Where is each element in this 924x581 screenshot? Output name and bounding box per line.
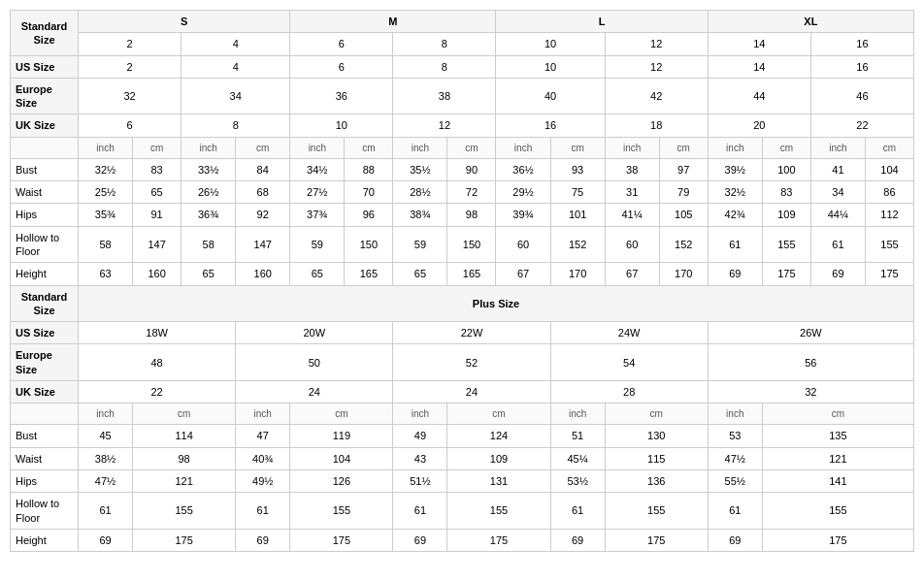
us-size-12: 12 — [605, 33, 708, 55]
unit-cm-3: cm — [345, 137, 393, 158]
xl-header: XL — [708, 11, 913, 33]
std-eu-32: 32 — [79, 78, 182, 114]
std-eu-46: 46 — [810, 78, 913, 114]
unit-inch-1: inch — [79, 137, 133, 158]
std-uk-20: 20 — [708, 114, 810, 137]
standard-size-header: Standard Size — [11, 11, 79, 56]
unit-cm-6: cm — [659, 137, 708, 158]
plus-us-22w: 22W — [393, 322, 550, 344]
std-uk-6: 6 — [79, 114, 182, 137]
plus-height-label: Height — [11, 529, 79, 551]
plus-hollow-row: Hollow to Floor 61155 61155 61155 61155 … — [11, 493, 914, 530]
unit-cm-8: cm — [865, 137, 913, 158]
plus-eu-48: 48 — [79, 344, 236, 381]
std-eu-36: 36 — [290, 78, 393, 114]
std-uk-12: 12 — [393, 114, 496, 137]
plus-unit-cm-1: cm — [133, 403, 236, 425]
unit-cm-2: cm — [236, 137, 290, 158]
us-size-8: 8 — [393, 33, 496, 55]
std-uk-8: 8 — [182, 114, 290, 137]
us-size-14: 14 — [708, 33, 810, 55]
us-size-6: 6 — [290, 33, 393, 55]
unit-inch-6: inch — [605, 137, 659, 158]
waist-label: Waist — [11, 181, 79, 204]
plus-unit-inch-5: inch — [708, 403, 762, 425]
plus-size-divider: Plus Size — [79, 285, 914, 322]
std-height-row: Height 63160 65160 65165 65165 67170 671… — [11, 263, 914, 285]
plus-uk-32: 32 — [708, 381, 913, 403]
std-hollow-row: Hollow toFloor 58147 58147 59150 59150 6… — [11, 226, 914, 263]
plus-eu-56: 56 — [708, 344, 913, 381]
std-us-8: 8 — [393, 55, 496, 78]
plus-uk-24a: 24 — [236, 381, 393, 403]
unit-cm-1: cm — [133, 137, 182, 158]
plus-height-row: Height 69175 69175 69175 69175 69175 — [11, 529, 914, 551]
unit-inch-2: inch — [182, 137, 236, 158]
plus-unit-inch-1: inch — [79, 403, 133, 425]
bust-label: Bust — [11, 158, 79, 180]
std-eu-38: 38 — [393, 78, 496, 114]
plus-unit-cm-4: cm — [605, 403, 708, 425]
plus-unit-inch-4: inch — [550, 403, 605, 425]
plus-eu-52: 52 — [393, 344, 550, 381]
std-us-12: 12 — [605, 55, 708, 78]
std-eu-40: 40 — [496, 78, 605, 114]
plus-hips-row: Hips 47½121 49½126 51½131 53½136 55½141 — [11, 469, 914, 492]
us-size-16: 16 — [810, 33, 913, 55]
plus-unit-cm-2: cm — [290, 403, 393, 425]
us-size-10: 10 — [496, 33, 605, 55]
unit-inch-7: inch — [708, 137, 762, 158]
europe-size-label: Europe Size — [11, 78, 79, 114]
plus-us-20w: 20W — [236, 322, 393, 344]
plus-unit-cm-5: cm — [762, 403, 913, 425]
std-uk-10: 10 — [290, 114, 393, 137]
plus-us-26w: 26W — [708, 322, 913, 344]
plus-europe-size-label: Europe Size — [11, 344, 79, 381]
plus-waist-label: Waist — [11, 447, 79, 469]
std-us-6: 6 — [290, 55, 393, 78]
plus-eu-50: 50 — [236, 344, 393, 381]
std-eu-42: 42 — [605, 78, 708, 114]
plus-uk-24b: 24 — [393, 381, 550, 403]
plus-bust-row: Bust 45114 47119 49124 51130 53135 — [11, 425, 914, 447]
std-us-14: 14 — [708, 55, 810, 78]
hollow-label: Hollow toFloor — [11, 226, 79, 263]
std-us-16: 16 — [810, 55, 913, 78]
unit-inch-5: inch — [496, 137, 550, 158]
std-eu-34: 34 — [182, 78, 290, 114]
size-chart: Standard Size S M L XL 2 4 6 8 10 12 14 … — [10, 10, 914, 552]
std-uk-18: 18 — [605, 114, 708, 137]
std-eu-44: 44 — [708, 78, 810, 114]
std-bust-row: Bust 32½83 33½84 34½88 35½90 36½93 3897 … — [11, 158, 914, 180]
plus-bust-label: Bust — [11, 425, 79, 447]
plus-uk-22: 22 — [79, 381, 236, 403]
std-us-10: 10 — [496, 55, 605, 78]
unit-inch-3: inch — [290, 137, 345, 158]
us-size-2: 2 — [79, 33, 182, 55]
plus-us-18w: 18W — [79, 322, 236, 344]
plus-eu-54: 54 — [550, 344, 708, 381]
plus-hips-label: Hips — [11, 469, 79, 492]
std-uk-22: 22 — [810, 114, 913, 137]
us-size-label: US Size — [11, 55, 79, 78]
std-us-2: 2 — [79, 55, 182, 78]
plus-unit-cm-3: cm — [447, 403, 550, 425]
unit-cm-7: cm — [762, 137, 810, 158]
plus-uk-28: 28 — [550, 381, 708, 403]
us-size-4: 4 — [182, 33, 290, 55]
l-header: L — [496, 11, 708, 33]
std-waist-row: Waist 25½65 26½68 27½70 28½72 29½75 3179… — [11, 181, 914, 204]
std-hips-row: Hips 35¾91 36¾92 37¾96 38¾98 39¾101 41¼1… — [11, 204, 914, 226]
plus-uk-size-label: UK Size — [11, 381, 79, 403]
unit-inch-4: inch — [393, 137, 447, 158]
plus-us-size-label: US Size — [11, 322, 79, 344]
std-uk-16: 16 — [496, 114, 605, 137]
uk-size-label: UK Size — [11, 114, 79, 137]
plus-waist-row: Waist 38½98 40¾104 43109 45¼115 47½121 — [11, 447, 914, 469]
height-label: Height — [11, 263, 79, 285]
unit-cm-4: cm — [447, 137, 496, 158]
std-size-divider: Standard Size — [11, 285, 79, 322]
hips-label: Hips — [11, 204, 79, 226]
unit-cm-5: cm — [550, 137, 605, 158]
std-us-4: 4 — [182, 55, 290, 78]
